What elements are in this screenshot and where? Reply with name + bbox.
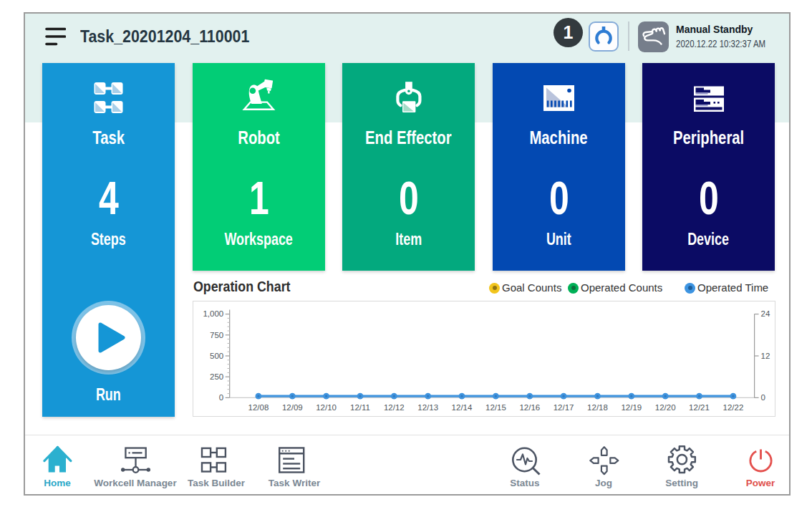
svg-text:0: 0 (761, 393, 765, 402)
svg-text:12/20: 12/20 (655, 403, 676, 412)
svg-text:12/10: 12/10 (316, 403, 337, 412)
svg-text:12/12: 12/12 (384, 403, 405, 412)
svg-text:750: 750 (210, 331, 223, 339)
svg-text:12/16: 12/16 (519, 403, 540, 412)
svg-text:12/19: 12/19 (621, 403, 642, 412)
svg-text:12/18: 12/18 (587, 403, 608, 412)
svg-text:500: 500 (210, 352, 223, 360)
svg-text:12/11: 12/11 (350, 403, 370, 412)
svg-text:24: 24 (761, 309, 770, 318)
svg-text:12/13: 12/13 (417, 403, 438, 412)
svg-text:12/22: 12/22 (723, 403, 744, 412)
svg-text:12/17: 12/17 (554, 403, 574, 412)
svg-text:12/15: 12/15 (485, 403, 506, 412)
svg-text:12/21: 12/21 (689, 403, 710, 412)
svg-text:250: 250 (210, 372, 223, 381)
svg-text:12: 12 (761, 352, 770, 360)
svg-text:12/08: 12/08 (248, 403, 269, 412)
svg-text:12/09: 12/09 (282, 403, 303, 412)
svg-text:0: 0 (219, 393, 223, 402)
svg-text:1,000: 1,000 (203, 309, 223, 318)
svg-text:12/14: 12/14 (452, 403, 473, 412)
